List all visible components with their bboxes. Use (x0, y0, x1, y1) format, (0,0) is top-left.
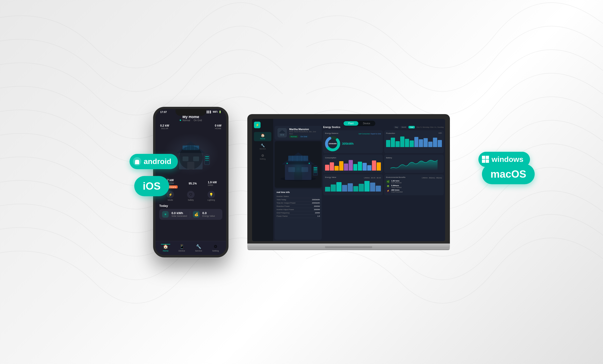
rt-label-6: Power Factor (277, 215, 288, 217)
dashboard-main: Plant Device (273, 119, 445, 241)
evbar-10 (376, 186, 381, 191)
middle-cards-grid: Consumption (323, 154, 444, 173)
self-consumed-legend: Self Consumed (359, 133, 370, 135)
nav-item-service[interactable]: 🔧 Service (195, 244, 202, 252)
coal-label: Coal Prevented (391, 191, 403, 193)
svg-rect-24 (205, 160, 209, 161)
dashboard-content: Martha Mansion 8441 West Rockefford, Ste… (273, 119, 445, 241)
ev-title: Energy Value (325, 176, 336, 178)
donut-val: 1544kWh (329, 143, 337, 145)
ios-badge: iOS (134, 176, 169, 196)
cbar-9 (362, 163, 367, 171)
energy-time-tabs: Day Month Year (394, 126, 415, 129)
evbar-2 (331, 185, 336, 191)
evbar-5 (348, 183, 353, 191)
signal-icon: ▌▌▌ (207, 110, 212, 113)
dot-sep: · (192, 119, 192, 122)
env-row-coal: ⚡ 280 trees Coal Prevented (386, 189, 442, 193)
nav-item-device[interactable]: 📱 Device (179, 244, 185, 252)
env-row-trees: 🌳 5.3ttions Trees Planted (386, 185, 442, 188)
tab-day[interactable]: Day (394, 126, 399, 129)
top-cards-grid: Energy Balance Self Consumed Export to G… (323, 130, 444, 153)
service-sidebar-icon: 🔧 (261, 143, 265, 147)
laptop-bottom (247, 248, 450, 250)
plant-badges: Normal On Grid (289, 135, 319, 138)
sidebar-item-service[interactable]: 🔧 Service (254, 142, 271, 151)
windows-icon (482, 155, 489, 163)
battery-wave-chart (386, 159, 442, 171)
tab-device[interactable]: Device (358, 121, 375, 126)
svg-rect-23 (205, 158, 209, 159)
energy-value-chart (325, 180, 381, 191)
status-dot (180, 120, 181, 121)
laptop-house-svg (276, 147, 321, 182)
sidebar-item-setting[interactable]: ⚙ Setting (254, 152, 271, 161)
ios-label: iOS (143, 180, 161, 192)
rt-label-3: Reactive Power (277, 205, 290, 207)
svg-point-25 (179, 146, 203, 169)
right-section: Energy Snotics Day Month Year Dec 5, Mo (323, 126, 444, 240)
cbar-6 (348, 160, 353, 171)
consumption-card: Consumption (323, 154, 383, 173)
mode-label: Mode (168, 199, 173, 201)
icon-item-lighting[interactable]: 💡 Lighting (208, 191, 215, 201)
today-divider (190, 211, 190, 218)
bar-7 (414, 137, 418, 147)
lighting-label: Lighting (208, 199, 215, 201)
plant-details: Martha Mansion 8441 West Rockefford, Ste… (289, 128, 319, 138)
coal-icon: ⚡ (386, 189, 390, 193)
donut-secondary: 305kWh (342, 142, 354, 145)
tab-plant[interactable]: Plant (343, 121, 358, 126)
home-nav-label: Home (163, 250, 168, 252)
nav-item-setting[interactable]: ⚙ Setting (212, 244, 219, 252)
home-label: HOME (215, 127, 221, 130)
energy-header-controls: Day Month Year Dec 5, Monday~Dec 11, Sun… (394, 126, 444, 129)
icon-item-mode[interactable]: ⚡ Mode (166, 191, 174, 201)
rt-val-1: 2000kWh (312, 199, 320, 201)
rt-label-0: Inverter Status (277, 195, 289, 198)
today-card: ☀ 0.0 kWh Solar Generated 💰 0.0 Energy V… (159, 209, 222, 220)
today-title: Today (159, 204, 222, 208)
rt-row-5: Grid Frequency 200W (277, 211, 320, 215)
today-energy-info: 0.0 kWh Solar Generated (172, 211, 187, 217)
balance-header: Energy Balance Self Consumed Export to G… (325, 132, 381, 135)
device-nav-icon: 📱 (179, 244, 185, 249)
laptop-device: ⚡ 🏠 Home 🔧 Service ⚙ Settin (247, 114, 450, 250)
power-stat-2: 95.1% (189, 182, 197, 185)
android-label: android (144, 157, 171, 166)
svg-point-55 (285, 155, 312, 182)
evbar-3 (336, 182, 342, 191)
safety-icon: 🛡 (187, 191, 195, 198)
rt-row-6: Power Factor 1.0 (277, 215, 320, 218)
icon-item-safety[interactable]: 🛡 Safety (187, 191, 195, 201)
phone-today-section: Today ☀ 0.0 kWh Solar Generated 💰 0.0 En… (155, 203, 226, 221)
balance-title: Energy Balance (325, 132, 338, 134)
solar-stats-row: 0.2 kW SOLAR 0 kW HOME (155, 123, 226, 131)
tab-year[interactable]: Year (408, 126, 415, 129)
svg-rect-27 (486, 156, 489, 159)
production-unit: kWh (439, 132, 442, 135)
bar-8 (419, 139, 423, 147)
tab-month[interactable]: Month (400, 126, 407, 129)
today-energy-label: Solar Generated (172, 215, 187, 217)
svg-rect-52 (314, 169, 317, 170)
value-today-icon: 💰 (193, 211, 199, 218)
badge-ongrid: On Grid (299, 135, 309, 138)
phone-status-icons: ▌▌▌ WiFi 🔋 (207, 110, 221, 113)
co2-icon: 🌿 (386, 180, 390, 184)
today-value-val: 0.0 (202, 211, 215, 215)
energy-balance-card: Energy Balance Self Consumed Export to G… (323, 130, 383, 153)
phone-time: 17:07 (160, 110, 167, 113)
env-lifetime: Lifetime - $0(loss) - $0(oss) (422, 177, 442, 179)
sidebar-item-home[interactable]: 🏠 Home (254, 132, 271, 141)
cbar-1 (325, 165, 329, 171)
energy-stats-title: Energy Snotics (323, 126, 340, 129)
setting-nav-label: Setting (212, 250, 219, 252)
plant-name: Martha Mansion (289, 128, 319, 131)
rt-val-4: 2000W (314, 209, 320, 210)
laptop-screen: ⚡ 🏠 Home 🔧 Service ⚙ Settin (252, 119, 445, 241)
power3-val: 1.9 kW (208, 181, 217, 184)
co2-label: CO₂ Reduced (391, 182, 401, 184)
phone-header-subtitle: Normal · On Grid (155, 119, 226, 122)
nav-item-home[interactable]: 🏠 Home (163, 244, 168, 252)
